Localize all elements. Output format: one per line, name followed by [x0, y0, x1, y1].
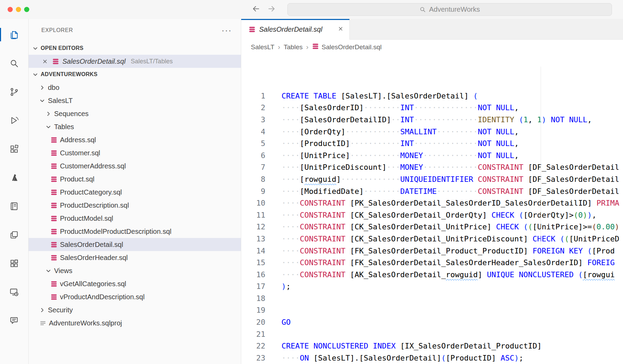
forward-button[interactable]	[267, 5, 276, 14]
breadcrumb-item[interactable]: SalesLT	[251, 43, 274, 51]
line-content: ····ON [SalesLT].[SalesOrderDetail]([Pro…	[265, 352, 523, 364]
chevron-separator-icon: ›	[306, 43, 308, 51]
code-line: 22CREATE NONCLUSTERED INDEX [IX_SalesOrd…	[241, 340, 623, 352]
line-number: 20	[241, 316, 265, 329]
command-center[interactable]: AdventureWorks	[287, 3, 612, 16]
chevron-down-icon	[32, 45, 39, 52]
tree-item-vgetallcategories-sql[interactable]: vGetAllCategories.sql	[29, 277, 241, 290]
line-content	[265, 304, 282, 316]
project-section-header[interactable]: ADVENTUREWORKS	[29, 68, 241, 81]
code-line: 3····[SalesOrderDetailID]··INT··········…	[241, 114, 623, 126]
line-content: CREATE TABLE [SalesLT].[SalesOrderDetail…	[265, 90, 478, 102]
tab-label: SalesOrderDetail.sql	[259, 25, 333, 33]
code-line: 8····[rowguid]·············UNIQUEIDENTIF…	[241, 174, 623, 186]
tree-item-label: ProductCategory.sql	[60, 188, 122, 196]
command-center-label: AdventureWorks	[429, 6, 480, 13]
open-editors-section-header[interactable]: OPEN EDITORS	[29, 42, 241, 55]
breadcrumb-item-file[interactable]: SalesOrderDetail.sql	[312, 43, 381, 52]
tree-item-salesorderdetail-sql[interactable]: SalesOrderDetail.sql	[29, 238, 241, 251]
activity-azure-button[interactable]	[0, 163, 28, 192]
indent-guide	[541, 66, 541, 245]
sql-projects-icon	[9, 230, 19, 240]
database-file-icon	[312, 43, 319, 52]
line-content	[265, 329, 282, 341]
code-editor[interactable]: 1CREATE TABLE [SalesLT].[SalesOrderDetai…	[241, 54, 623, 364]
line-content: ····CONSTRAINT [AK_SalesOrderDetail_rowg…	[265, 269, 615, 281]
open-editor-description: SalesLT/Tables	[131, 58, 173, 65]
tree-item-label: Sequences	[54, 110, 89, 118]
close-button[interactable]	[8, 7, 13, 12]
open-editors-label: OPEN EDITORS	[41, 45, 83, 51]
code-line: 4····[OrderQty]············SMALLINT·····…	[241, 126, 623, 138]
database-file-icon	[50, 162, 58, 170]
database-file-icon	[50, 241, 58, 248]
tab-salesorderdetail[interactable]: SalesOrderDetail.sql	[241, 19, 350, 40]
zoom-button[interactable]	[24, 7, 29, 12]
breadcrumb: SalesLT›Tables›SalesOrderDetail.sql	[241, 40, 623, 54]
project-label: ADVENTUREWORKS	[41, 71, 98, 77]
tree-item-label: ProductDescription.sql	[60, 201, 129, 209]
back-button[interactable]	[251, 5, 261, 14]
tree-item-productcategory-sql[interactable]: ProductCategory.sql	[29, 186, 241, 199]
tree-item-views[interactable]: Views	[29, 264, 241, 277]
tree-item-address-sql[interactable]: Address.sql	[29, 133, 241, 146]
code-line: 21	[241, 329, 623, 341]
code-line: 12····CONSTRAINT [CK_SalesOrderDetail_Un…	[241, 221, 623, 233]
close-editor-button[interactable]	[41, 58, 49, 65]
open-editor-item[interactable]: SalesOrderDetail.sqlSalesLT/Tables	[29, 55, 241, 68]
line-content: );	[265, 281, 291, 293]
tree-item-salesorderheader-sql[interactable]: SalesOrderHeader.sql	[29, 251, 241, 264]
activity-explorer-button[interactable]	[0, 20, 28, 49]
tree-item-vproductanddescription-sql[interactable]: vProductAndDescription.sql	[29, 290, 241, 303]
database-file-icon	[248, 25, 256, 33]
sidebar-header: EXPLORER ···	[29, 19, 241, 42]
tree-item-saleslt[interactable]: SalesLT	[29, 94, 241, 107]
run-debug-icon	[9, 115, 19, 126]
code-line: 1CREATE TABLE [SalesLT].[SalesOrderDetai…	[241, 90, 623, 102]
tree-item-customer-sql[interactable]: Customer.sql	[29, 146, 241, 159]
activity-sql-projects-button[interactable]	[0, 220, 28, 249]
chevron-down-icon	[32, 71, 39, 78]
line-content: ····[ProductID]···········INT···········…	[265, 138, 519, 150]
tree-item-productmodel-sql[interactable]: ProductModel.sql	[29, 212, 241, 225]
tab-close-button[interactable]	[336, 25, 345, 33]
activity-connections-button[interactable]	[0, 278, 28, 306]
code-line: 11····CONSTRAINT [CK_SalesOrderDetail_Or…	[241, 209, 623, 221]
tree-item-adventureworks-sqlproj[interactable]: AdventureWorks.sqlproj	[29, 316, 241, 330]
tree-item-customeraddress-sql[interactable]: CustomerAddress.sql	[29, 159, 241, 173]
tree-item-label: vGetAllCategories.sql	[60, 280, 126, 288]
tree-item-product-sql[interactable]: Product.sql	[29, 173, 241, 186]
history-navigation	[251, 0, 276, 19]
tree-item-tables[interactable]: Tables	[29, 120, 241, 133]
database-file-icon	[50, 228, 58, 235]
code-line: 9····[ModifiedDate]········DATETIME·····…	[241, 186, 623, 198]
more-actions-button[interactable]: ···	[222, 29, 232, 32]
activity-notebooks-button[interactable]	[0, 192, 28, 220]
database-projects-icon	[9, 258, 19, 269]
tree-item-dbo[interactable]: dbo	[29, 81, 241, 94]
line-number: 8	[241, 174, 265, 186]
activity-run-debug-button[interactable]	[0, 106, 28, 135]
line-content: ····CONSTRAINT [PK_SalesOrderDetail_Sale…	[265, 197, 619, 209]
close-icon	[338, 26, 343, 33]
activity-extensions-button[interactable]	[0, 135, 28, 163]
minimize-button[interactable]	[16, 7, 21, 12]
tree-item-productdescription-sql[interactable]: ProductDescription.sql	[29, 199, 241, 212]
database-file-icon	[52, 58, 59, 65]
activity-database-projects-button[interactable]	[0, 249, 28, 278]
open-editor-label: SalesOrderDetail.sql	[62, 58, 125, 65]
activity-search-button[interactable]	[0, 49, 28, 77]
tree-item-label: SalesOrderHeader.sql	[60, 254, 128, 262]
breadcrumb-item[interactable]: Tables	[284, 43, 303, 51]
chevron-down-icon	[45, 268, 52, 274]
tree-item-productmodelproductdescription-sql[interactable]: ProductModelProductDescription.sql	[29, 225, 241, 238]
tree-item-sequences[interactable]: Sequences	[29, 107, 241, 120]
line-number: 15	[241, 257, 265, 269]
line-content: ····[UnitPrice]···········MONEY·········…	[265, 150, 519, 162]
chevron-down-icon	[45, 124, 52, 130]
activity-source-control-button[interactable]	[0, 77, 28, 106]
activity-comments-button[interactable]	[0, 306, 28, 335]
code-line: 2····[SalesOrderID]········INT··········…	[241, 102, 623, 114]
tree-item-security[interactable]: Security	[29, 303, 241, 316]
code-line: 6····[UnitPrice]···········MONEY········…	[241, 150, 623, 162]
